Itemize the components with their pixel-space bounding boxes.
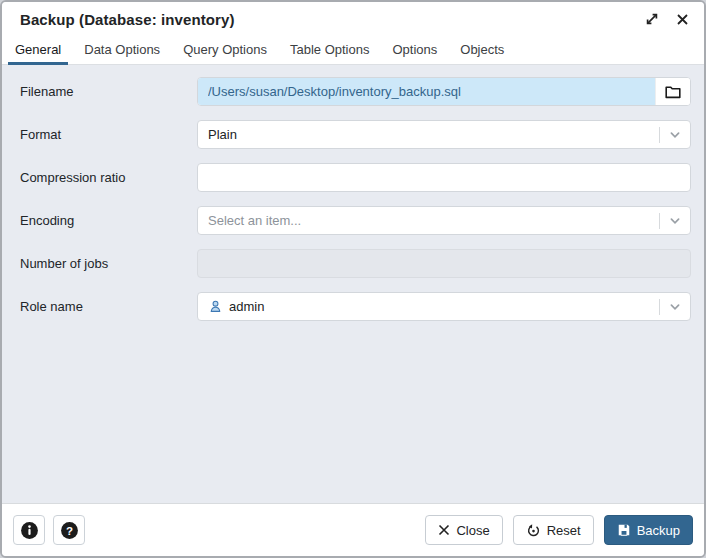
save-icon xyxy=(617,523,631,537)
tab-options[interactable]: Options xyxy=(385,36,444,65)
help-button[interactable]: ? xyxy=(53,515,85,545)
number-of-jobs-input xyxy=(198,250,690,277)
titlebar: Backup (Database: inventory) xyxy=(2,2,704,36)
svg-text:?: ? xyxy=(65,524,72,536)
encoding-placeholder: Select an item... xyxy=(198,213,311,228)
general-tab-panel: Filename Format xyxy=(2,65,704,503)
tab-data-options[interactable]: Data Options xyxy=(77,36,167,65)
encoding-label: Encoding xyxy=(20,213,197,228)
format-selected-value: Plain xyxy=(198,127,247,142)
role-name-label: Role name xyxy=(20,299,197,314)
reset-icon xyxy=(526,523,541,538)
info-icon xyxy=(20,521,39,540)
role-selected-value: admin xyxy=(198,299,274,314)
expand-icon[interactable] xyxy=(644,11,660,27)
format-row: Format Plain xyxy=(2,120,691,149)
chevron-down-icon[interactable] xyxy=(660,128,690,142)
encoding-row: Encoding Select an item... xyxy=(2,206,691,235)
dialog-title: Backup (Database: inventory) xyxy=(20,11,235,28)
file-browse-button[interactable] xyxy=(655,78,690,105)
format-label: Format xyxy=(20,127,197,142)
compression-ratio-label: Compression ratio xyxy=(20,170,197,185)
role-name-row: Role name admin xyxy=(2,292,691,321)
user-icon xyxy=(208,299,223,314)
filename-label: Filename xyxy=(20,84,197,99)
encoding-select[interactable]: Select an item... xyxy=(197,206,691,235)
role-name-text: admin xyxy=(229,299,264,314)
close-button[interactable]: Close xyxy=(425,515,502,545)
close-icon[interactable] xyxy=(674,11,690,27)
tab-bar: General Data Options Query Options Table… xyxy=(2,36,704,65)
tab-query-options[interactable]: Query Options xyxy=(176,36,274,65)
number-of-jobs-label: Number of jobs xyxy=(20,256,197,271)
filename-group xyxy=(197,77,691,106)
folder-icon xyxy=(665,85,681,99)
role-name-select[interactable]: admin xyxy=(197,292,691,321)
help-icon: ? xyxy=(60,521,79,540)
tab-table-options[interactable]: Table Options xyxy=(283,36,377,65)
filename-row: Filename xyxy=(2,77,691,106)
info-button[interactable] xyxy=(13,515,45,545)
close-x-icon xyxy=(438,524,450,536)
backup-button[interactable]: Backup xyxy=(604,515,693,545)
dialog-footer: ? Close Reset xyxy=(2,503,704,556)
filename-input[interactable] xyxy=(198,78,655,105)
format-select[interactable]: Plain xyxy=(197,120,691,149)
reset-button[interactable]: Reset xyxy=(513,515,594,545)
tab-objects[interactable]: Objects xyxy=(453,36,511,65)
compression-ratio-row: Compression ratio xyxy=(2,163,691,192)
chevron-down-icon[interactable] xyxy=(660,214,690,228)
chevron-down-icon[interactable] xyxy=(660,300,690,314)
number-of-jobs-row: Number of jobs xyxy=(2,249,691,278)
tab-general[interactable]: General xyxy=(8,36,68,65)
compression-ratio-input[interactable] xyxy=(198,164,690,191)
backup-dialog: Backup (Database: inventory) General Dat… xyxy=(0,0,706,558)
